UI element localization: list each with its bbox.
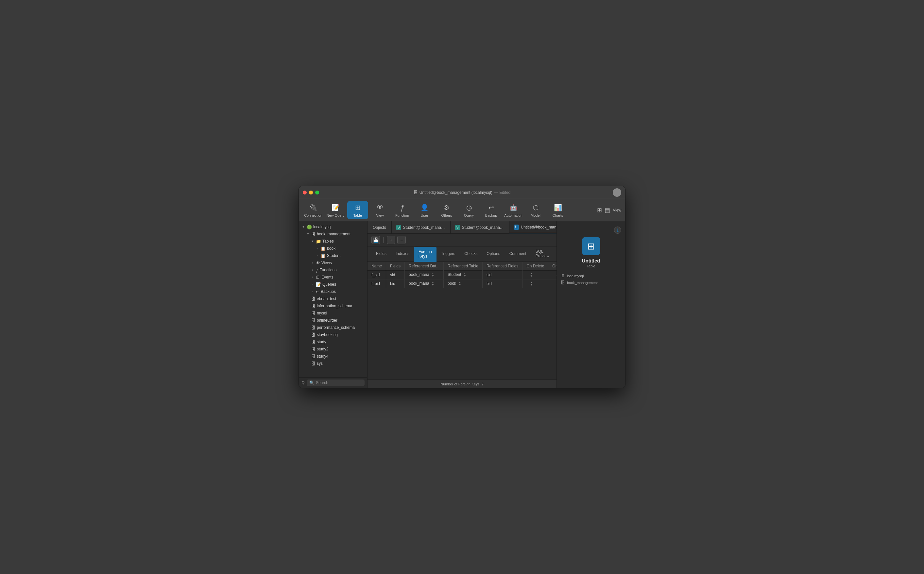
- sidebar-item-ebean-test[interactable]: 🗄 ebean_test: [299, 295, 367, 302]
- cell-fields-fbid: bid: [386, 279, 405, 288]
- tab-triggers[interactable]: Triggers: [437, 249, 460, 259]
- minimize-button[interactable]: [309, 191, 313, 194]
- view-toggle-icon[interactable]: ⊞: [597, 207, 602, 214]
- toolbar-label-user: User: [421, 213, 428, 218]
- new-query-icon: 📝: [331, 203, 340, 212]
- col-header-fields: Fields: [386, 262, 405, 271]
- chevron-events: ›: [311, 275, 315, 279]
- toolbar-item-view[interactable]: 👁 View: [369, 201, 390, 219]
- info-button[interactable]: ℹ: [614, 227, 621, 234]
- chevron-study2: [306, 347, 310, 351]
- sidebar-item-onlineorder[interactable]: 🗄 onlineOrder: [299, 317, 367, 324]
- toolbar-item-new-query[interactable]: 📝 New Query: [325, 201, 346, 219]
- avatar[interactable]: [613, 188, 621, 197]
- sidebar-item-functions[interactable]: › ƒ Functions: [299, 266, 367, 274]
- sidebar-label-book-management: book_management: [317, 232, 350, 237]
- toolbar-item-model[interactable]: ⬡ Model: [525, 201, 546, 219]
- main-layout: ▼ 🟢 localmysql ▼ 🗄 book_management ▼ 📁 T…: [299, 221, 625, 388]
- sidebar-item-tables[interactable]: ▼ 📁 Tables: [299, 238, 367, 245]
- book-management-icon: 🗄: [311, 232, 315, 237]
- sub-toolbar: 💾 + −: [367, 234, 557, 246]
- sidebar-label-queries: Queries: [322, 282, 336, 287]
- table-row[interactable]: f_bid bid book_mana ▲▼ book ▲▼: [367, 279, 557, 288]
- breadcrumb-book-management-icon: 🗄: [561, 280, 565, 285]
- toolbar-item-table[interactable]: ⊞ Table: [347, 201, 368, 219]
- tab-icon-student-2: S: [455, 225, 460, 230]
- sidebar-label-study4: study4: [317, 354, 328, 359]
- sidebar-item-performance-schema[interactable]: 🗄 performance_schema: [299, 324, 367, 331]
- tab-sql-preview[interactable]: SQL Preview: [531, 246, 554, 262]
- tab-indexes[interactable]: Indexes: [391, 249, 414, 259]
- chevron-views: ›: [311, 261, 315, 265]
- toolbar-item-backup[interactable]: ↩ Backup: [481, 201, 501, 219]
- window-title: 🗄 Untitled@book_management (localmysql) …: [414, 190, 510, 195]
- dropdown-arrow-ref-table-fsid: ▲▼: [464, 272, 466, 278]
- sidebar-label-onlineorder: onlineOrder: [317, 318, 337, 323]
- sidebar-item-staybooking[interactable]: 🗄 staybooking: [299, 331, 367, 338]
- info-subtitle: Table: [587, 264, 595, 268]
- close-button[interactable]: [303, 191, 307, 194]
- study-icon: 🗄: [311, 340, 315, 345]
- breadcrumb-item-localmysql: 🖥 localmysql: [561, 273, 621, 278]
- tab-options[interactable]: Options: [482, 249, 505, 259]
- book-icon: 📋: [320, 246, 326, 251]
- sidebar-item-events[interactable]: › 🗓 Events: [299, 274, 367, 281]
- cell-on-update-fbid[interactable]: ▲▼: [548, 279, 557, 288]
- sidebar-item-mysql[interactable]: 🗄 mysql: [299, 309, 367, 317]
- toolbar-item-query[interactable]: ◷ Query: [459, 201, 479, 219]
- tab-label-student-1: Student@book_manage...: [403, 225, 446, 230]
- add-row-button[interactable]: +: [387, 236, 395, 244]
- cell-name-fsid: f_sid: [367, 271, 386, 279]
- sidebar-item-information-schema[interactable]: 🗄 information_schema: [299, 302, 367, 309]
- ebean-icon: 🗄: [311, 296, 315, 301]
- cell-fields-fsid: sid: [386, 271, 405, 279]
- save-icon: 💾: [373, 237, 378, 243]
- tab-comment[interactable]: Comment: [505, 249, 531, 259]
- sidebar-item-queries[interactable]: › 📝 Queries: [299, 281, 367, 288]
- tables-icon: 📁: [316, 239, 321, 244]
- backups-icon: ↩: [316, 289, 319, 294]
- table-row[interactable]: f_sid sid book_mana ▲▼ Student: [367, 271, 557, 279]
- breadcrumb-localmysql-label: localmysql: [567, 274, 583, 278]
- sidebar-label-events: Events: [322, 275, 334, 279]
- save-button[interactable]: 💾: [371, 236, 380, 244]
- tab-foreign-keys[interactable]: Foreign Keys: [414, 247, 437, 262]
- tab-fields[interactable]: Fields: [371, 249, 391, 259]
- toolbar-label-others: Others: [441, 213, 452, 218]
- panel-toggle-icon[interactable]: ▤: [605, 207, 610, 214]
- toolbar-item-automation[interactable]: 🤖 Automation: [503, 201, 524, 219]
- cell-on-delete-fbid[interactable]: ▲▼: [522, 279, 548, 288]
- tab-label-student-2: Student@book_manage...: [462, 225, 505, 230]
- title-bar: 🗄 Untitled@book_management (localmysql) …: [299, 186, 625, 199]
- tab-untitled[interactable]: U Untitled@book_manage...: [509, 221, 557, 233]
- remove-row-button[interactable]: −: [397, 236, 406, 244]
- sidebar-item-study2[interactable]: 🗄 study2: [299, 345, 367, 353]
- sidebar-item-localmysql[interactable]: ▼ 🟢 localmysql: [299, 223, 367, 230]
- sidebar-item-study4[interactable]: 🗄 study4: [299, 353, 367, 360]
- sidebar-item-student[interactable]: › 📋 Student: [299, 252, 367, 259]
- cell-on-update-fsid[interactable]: ▲▼: [548, 271, 557, 279]
- chevron-onlineorder: [306, 319, 310, 322]
- sidebar-item-views[interactable]: › 👁 Views: [299, 259, 367, 266]
- tab-checks[interactable]: Checks: [460, 249, 482, 259]
- tab-student-1[interactable]: S Student@book_manage...: [392, 221, 451, 233]
- onlineorder-icon: 🗄: [311, 318, 315, 323]
- maximize-button[interactable]: [315, 191, 319, 194]
- sidebar-item-backups[interactable]: › ↩ Backups: [299, 288, 367, 295]
- sidebar-item-sys[interactable]: 🗄 sys: [299, 360, 367, 367]
- toolbar-item-others[interactable]: ⚙ Others: [436, 201, 457, 219]
- tab-objects[interactable]: Objects: [367, 221, 392, 233]
- sidebar-item-study[interactable]: 🗄 study: [299, 338, 367, 345]
- information-icon: 🗄: [311, 304, 315, 309]
- sidebar-item-book[interactable]: › 📋 book: [299, 245, 367, 252]
- tab-student-2[interactable]: S Student@book_manage...: [451, 221, 509, 233]
- sidebar-item-book-management[interactable]: ▼ 🗄 book_management: [299, 230, 367, 238]
- search-input[interactable]: [316, 380, 362, 385]
- cell-on-delete-fsid[interactable]: ▲▼: [522, 271, 548, 279]
- toolbar-item-connection[interactable]: 🔌 Connection: [303, 201, 324, 219]
- toolbar-label-table: Table: [353, 213, 362, 218]
- toolbar-item-function[interactable]: ƒ Function: [392, 201, 413, 219]
- chevron-information: [306, 304, 310, 308]
- toolbar-item-user[interactable]: 👤 User: [414, 201, 435, 219]
- toolbar-item-charts[interactable]: 📊 Charts: [547, 201, 568, 219]
